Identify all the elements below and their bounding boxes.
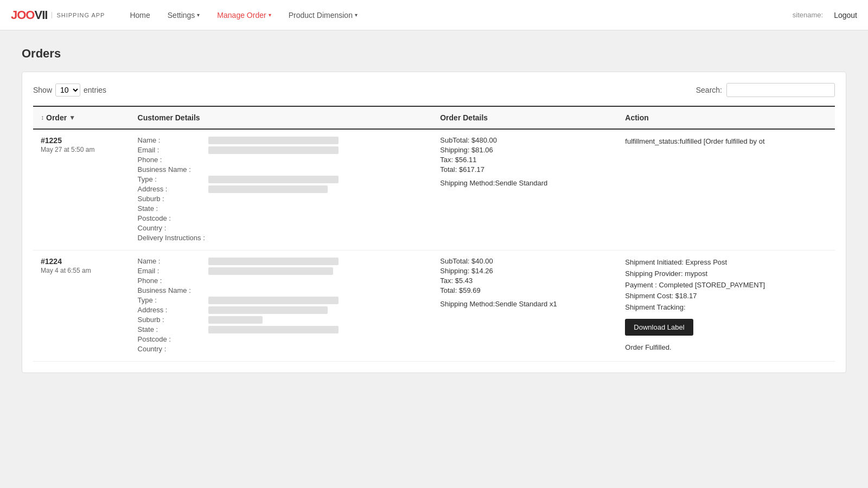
- field-value-bar: [208, 176, 339, 183]
- field-address: Address :: [138, 306, 425, 314]
- table-row: #1225 May 27 at 5:50 am Name : Email :: [33, 129, 835, 251]
- brand: JOOVII SHIPPING APP: [11, 8, 105, 22]
- action-cell: fulfillment_status:fulfilled [Order fulf…: [617, 129, 835, 251]
- order-cell: #1225 May 27 at 5:50 am: [33, 129, 130, 251]
- field-value-bar: [208, 316, 263, 324]
- filter-icon[interactable]: ▼: [69, 114, 75, 121]
- shipment-initiated: Shipment Initiated: Express Post: [625, 257, 827, 268]
- field-address: Address :: [138, 185, 425, 193]
- customer-details-cell: Name : Email : Phone : Business Name :: [130, 251, 433, 362]
- subtotal: SubTotal: $480.00: [440, 136, 610, 144]
- field-value-bar: [208, 326, 339, 333]
- field-name: Name :: [138, 257, 425, 265]
- entries-label: entries: [84, 86, 106, 94]
- show-entries: Show 10 25 50 entries: [33, 84, 106, 97]
- field-type: Type :: [138, 296, 425, 304]
- action-cell: Shipment Initiated: Express Post Shippin…: [617, 251, 835, 362]
- th-order: ↕ Order ▼: [33, 106, 130, 129]
- manage-order-chevron-icon: ▾: [269, 12, 271, 18]
- field-postcode: Postcode :: [138, 214, 425, 222]
- nav-home[interactable]: Home: [121, 0, 158, 30]
- shipping-cost: Shipping: $14.26: [440, 267, 610, 275]
- search-label: Search:: [696, 86, 722, 94]
- field-type: Type :: [138, 175, 425, 183]
- field-phone: Phone :: [138, 277, 425, 285]
- product-dimension-chevron-icon: ▾: [355, 12, 358, 18]
- field-phone: Phone :: [138, 156, 425, 164]
- page-content: Orders Show 10 25 50 entries Search:: [0, 30, 868, 389]
- field-value-bar: [208, 146, 339, 154]
- sitename-label: sitename:: [793, 11, 823, 19]
- orders-table: ↕ Order ▼ Customer Details Order Details…: [33, 106, 835, 362]
- show-label: Show: [33, 86, 52, 94]
- tax: Tax: $5.43: [440, 277, 610, 285]
- nav-product-dimension[interactable]: Product Dimension ▾: [280, 0, 366, 30]
- field-delivery-instructions: Delivery Instructions :: [138, 234, 425, 242]
- field-value-bar: [208, 137, 339, 144]
- subtotal: SubTotal: $40.00: [440, 257, 610, 265]
- field-email: Email :: [138, 146, 425, 154]
- customer-details-cell: Name : Email : Phone : Business Name :: [130, 129, 433, 251]
- shipping-provider: Shipping Provider: mypost: [625, 268, 827, 280]
- table-header-row: ↕ Order ▼ Customer Details Order Details…: [33, 106, 835, 129]
- field-value-bar: [208, 306, 328, 314]
- shipment-tracking: Shipment Tracking:: [625, 302, 827, 313]
- navbar: JOOVII SHIPPING APP Home Settings ▾ Mana…: [0, 0, 868, 30]
- shipping-method: Shipping Method:Sendle Standard: [440, 179, 610, 187]
- logout-button[interactable]: Logout: [834, 11, 857, 20]
- settings-chevron-icon: ▾: [197, 12, 200, 18]
- page-title: Orders: [22, 47, 846, 61]
- sort-icon[interactable]: ↕: [41, 114, 44, 121]
- field-value-bar: [208, 297, 339, 304]
- table-row: #1224 May 4 at 6:55 am Name : Email :: [33, 251, 835, 362]
- th-action: Action: [617, 106, 835, 129]
- field-business-name: Business Name :: [138, 165, 425, 174]
- search-input[interactable]: [726, 83, 835, 97]
- field-state: State :: [138, 325, 425, 333]
- tax: Tax: $56.11: [440, 156, 610, 164]
- order-cell: #1224 May 4 at 6:55 am: [33, 251, 130, 362]
- order-fulfilled-text: Order Fulfilled.: [625, 343, 827, 351]
- table-container: Show 10 25 50 entries Search: ↕: [22, 72, 846, 373]
- field-value-bar: [208, 258, 339, 265]
- fulfillment-status: fulfillment_status:fulfilled [Order fulf…: [625, 136, 827, 147]
- download-label-button[interactable]: Download Label: [625, 319, 693, 336]
- brand-sub: SHIPPING APP: [52, 12, 105, 18]
- field-postcode: Postcode :: [138, 335, 425, 343]
- th-customer-details: Customer Details: [130, 106, 433, 129]
- brand-logo: JOOVII: [11, 8, 47, 22]
- nav-right: sitename: Logout: [793, 11, 857, 20]
- order-number: #1225: [41, 136, 123, 145]
- th-order-details: Order Details: [432, 106, 617, 129]
- payment-status: Payment : Completed [STORED_PAYMENT]: [625, 280, 827, 291]
- field-suburb: Suburb :: [138, 316, 425, 324]
- field-value-bar: [208, 185, 328, 193]
- search-container: Search:: [696, 83, 835, 97]
- field-email: Email :: [138, 267, 425, 275]
- table-controls: Show 10 25 50 entries Search:: [33, 83, 835, 97]
- field-business-name: Business Name :: [138, 286, 425, 294]
- shipment-cost: Shipment Cost: $18.17: [625, 291, 827, 302]
- field-name: Name :: [138, 136, 425, 144]
- entries-select[interactable]: 10 25 50: [55, 84, 80, 97]
- order-details-cell: SubTotal: $480.00 Shipping: $81.06 Tax: …: [432, 129, 617, 251]
- order-date: May 27 at 5:50 am: [41, 146, 123, 153]
- nav-links: Home Settings ▾ Manage Order ▾ Product D…: [121, 0, 792, 30]
- total: Total: $617.17: [440, 165, 610, 174]
- nav-settings[interactable]: Settings ▾: [159, 0, 209, 30]
- order-number: #1224: [41, 257, 123, 266]
- field-country: Country :: [138, 224, 425, 232]
- total: Total: $59.69: [440, 286, 610, 294]
- shipping-method: Shipping Method:Sendle Standard x1: [440, 300, 610, 308]
- field-state: State :: [138, 204, 425, 213]
- order-date: May 4 at 6:55 am: [41, 267, 123, 274]
- field-suburb: Suburb :: [138, 195, 425, 203]
- order-details-cell: SubTotal: $40.00 Shipping: $14.26 Tax: $…: [432, 251, 617, 362]
- nav-manage-order[interactable]: Manage Order ▾: [208, 0, 279, 30]
- field-value-bar: [208, 267, 333, 275]
- field-country: Country :: [138, 345, 425, 353]
- shipping-cost: Shipping: $81.06: [440, 146, 610, 154]
